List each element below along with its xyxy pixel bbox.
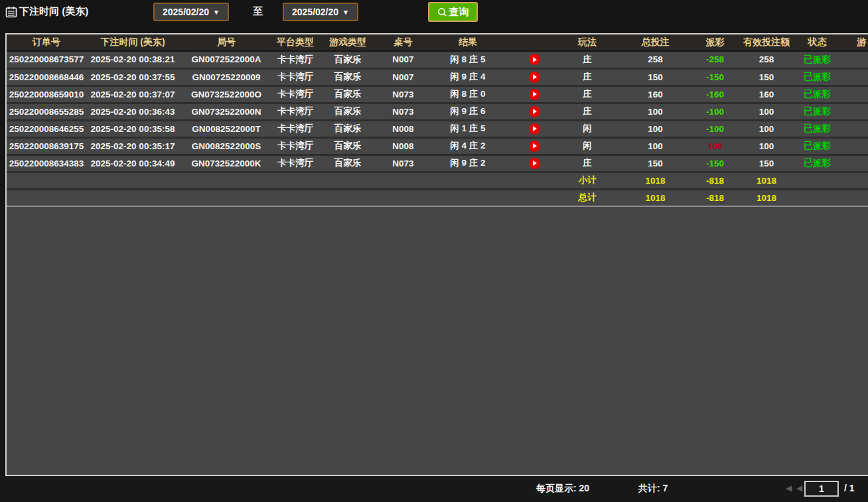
- column-header: [508, 34, 561, 51]
- play-icon: [533, 74, 537, 80]
- date-to-select[interactable]: 2025/02/20 ▼: [283, 3, 358, 21]
- play-button[interactable]: [529, 141, 540, 152]
- cell-platform: 卡卡湾厅: [273, 120, 317, 137]
- cell-platform: 卡卡湾厅: [273, 103, 317, 120]
- cell-valid-bet: 160: [733, 86, 800, 103]
- column-header: 下注时间 (美东): [86, 34, 179, 51]
- column-header: 状态: [800, 34, 835, 51]
- table-header-row: 订单号下注时间 (美东)局号平台类型游戏类型桌号结果玩法总投注派彩有效投注额状态…: [7, 34, 868, 51]
- summary-empty-cell: [508, 189, 561, 206]
- cell-play: [508, 155, 561, 172]
- cell-status: 已派彩: [800, 120, 835, 137]
- cell-play: [508, 120, 561, 137]
- play-icon: [533, 143, 537, 149]
- query-button[interactable]: 查询: [428, 2, 478, 22]
- cell-bet-time: 2025-02-20 00:35:58: [86, 120, 179, 137]
- cell-bet-on: 庄: [561, 51, 614, 68]
- subtotal-row: 小计1018-8181018: [7, 172, 868, 189]
- summary-empty-cell: [428, 172, 508, 189]
- summary-total-bet: 1018: [614, 172, 697, 189]
- cell-bet-on: 庄: [561, 155, 614, 172]
- summary-empty-cell: [800, 172, 835, 189]
- page-number-input[interactable]: [804, 481, 839, 497]
- cell-play: [508, 103, 561, 120]
- cell-round-no: GN00725220009: [179, 68, 273, 86]
- cell-table-no: N008: [378, 120, 428, 137]
- prev-page-arrow-icon[interactable]: ◀: [796, 484, 802, 492]
- play-icon: [533, 126, 537, 131]
- cell-extra: [835, 120, 868, 137]
- summary-valid-bet: 1018: [733, 172, 800, 189]
- cell-total-bet: 100: [614, 120, 697, 137]
- summary-payout: -818: [697, 189, 733, 206]
- cell-payout: -150: [697, 68, 733, 86]
- play-button[interactable]: [529, 72, 540, 83]
- cell-payout: -258: [697, 51, 733, 68]
- summary-valid-bet: 1018: [733, 189, 800, 206]
- summary-empty-cell: [378, 189, 428, 206]
- summary-empty-cell: [317, 172, 378, 189]
- search-icon: [437, 7, 447, 17]
- cell-round-no: GN0732522000K: [179, 155, 273, 172]
- cell-result: 闲 9 庄 4: [428, 68, 508, 86]
- cell-extra: [835, 137, 868, 155]
- cell-total-bet: 150: [614, 155, 697, 172]
- table-row: 2502200086735772025-02-20 00:38:21GN0072…: [7, 51, 868, 68]
- summary-empty-cell: [835, 189, 868, 206]
- summary-payout: -818: [697, 172, 733, 189]
- bet-records-panel: 订单号下注时间 (美东)局号平台类型游戏类型桌号结果玩法总投注派彩有效投注额状态…: [5, 33, 868, 476]
- play-button[interactable]: [529, 158, 540, 169]
- cell-payout: -160: [697, 86, 733, 103]
- summary-label: 小计: [561, 172, 614, 189]
- column-header: 玩法: [561, 34, 614, 51]
- cell-round-no: GN0082522000T: [179, 120, 273, 137]
- column-header: 派彩: [697, 34, 733, 51]
- column-header: 桌号: [378, 34, 428, 51]
- cell-valid-bet: 150: [733, 68, 800, 86]
- bet-time-filter-label: 下注时间 (美东): [19, 5, 88, 18]
- cell-platform: 卡卡湾厅: [273, 155, 317, 172]
- table-row: 2502200086590102025-02-20 00:37:07GN0732…: [7, 86, 868, 103]
- summary-empty-cell: [179, 189, 273, 206]
- cell-bet-on: 闲: [561, 120, 614, 137]
- summary-empty-cell: [317, 189, 378, 206]
- bet-records-table: 订单号下注时间 (美东)局号平台类型游戏类型桌号结果玩法总投注派彩有效投注额状态…: [7, 34, 868, 207]
- cell-status: 已派彩: [800, 51, 835, 68]
- cell-platform: 卡卡湾厅: [273, 68, 317, 86]
- column-header: 平台类型: [273, 34, 317, 51]
- cell-valid-bet: 150: [733, 155, 800, 172]
- page-total-label: / 1: [844, 483, 855, 493]
- cell-extra: [835, 155, 868, 172]
- cell-platform: 卡卡湾厅: [273, 137, 317, 155]
- cell-table-no: N008: [378, 137, 428, 155]
- cell-bet-on: 庄: [561, 68, 614, 86]
- summary-label: 总计: [561, 189, 614, 206]
- summary-empty-cell: [835, 172, 868, 189]
- date-to-value: 2025/02/20: [292, 7, 338, 17]
- date-from-select[interactable]: 2025/02/20 ▼: [153, 3, 229, 21]
- play-button[interactable]: [529, 89, 540, 100]
- cell-status: 已派彩: [800, 68, 835, 86]
- cell-bet-time: 2025-02-20 00:37:55: [86, 68, 179, 86]
- cell-play: [508, 51, 561, 68]
- first-page-arrow-icon[interactable]: ◀: [786, 484, 792, 492]
- cell-payout: -150: [697, 155, 733, 172]
- cell-game-type: 百家乐: [317, 86, 378, 103]
- summary-empty-cell: [86, 172, 179, 189]
- cell-payout: -100: [697, 120, 733, 137]
- cell-round-no: GN0732522000N: [179, 103, 273, 120]
- play-button[interactable]: [529, 123, 540, 135]
- cell-order-no: 250220008659010: [7, 86, 86, 103]
- table-body: 2502200086735772025-02-20 00:38:21GN0072…: [7, 51, 868, 206]
- cell-platform: 卡卡湾厅: [273, 86, 317, 103]
- cell-game-type: 百家乐: [317, 103, 378, 120]
- cell-status: 已派彩: [800, 137, 835, 155]
- play-icon: [533, 160, 537, 166]
- table-row: 2502200086684462025-02-20 00:37:55GN0072…: [7, 68, 868, 86]
- cell-payout: 100: [697, 137, 733, 155]
- query-button-label: 查询: [449, 6, 469, 19]
- cell-order-no: 250220008639175: [7, 137, 86, 155]
- play-button[interactable]: [529, 106, 540, 117]
- play-button[interactable]: [529, 54, 540, 65]
- cell-table-no: N073: [378, 103, 428, 120]
